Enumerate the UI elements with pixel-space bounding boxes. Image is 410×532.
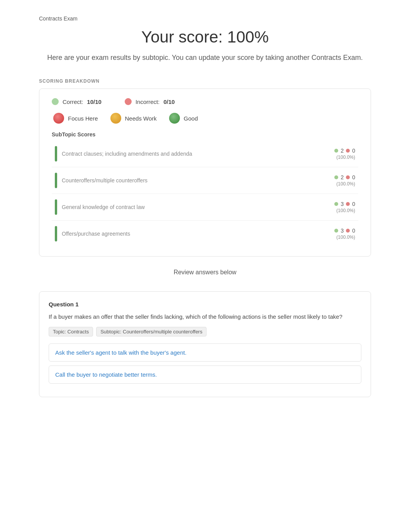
subtopic-scores: 3 0 (100.0%) (334, 228, 355, 240)
subtopic-name: Contract clauses; including amendments a… (62, 151, 330, 157)
correct-score-item: Correct: 10/10 (52, 98, 102, 105)
subtopic-scores: 3 0 (100.0%) (334, 201, 355, 213)
subtopic-row: Contract clauses; including amendments a… (52, 141, 358, 167)
subtopic-row: General knowledge of contract law 3 0 (1… (52, 194, 358, 221)
subtopic-bar (55, 173, 57, 188)
subtopic-name: Offers/purchase agreements (62, 231, 330, 237)
subtopic-correct-count: 3 (341, 228, 344, 234)
subtopic-incorrect-dot (346, 149, 350, 153)
good-label: Good (184, 115, 198, 122)
focus-here-label: Focus Here (68, 115, 98, 122)
subtopic-incorrect-count: 0 (352, 228, 355, 234)
subtopic-correct-count: 2 (341, 148, 344, 154)
subtopic-correct-count: 3 (341, 201, 344, 207)
subtopic-pct: (100.0%) (336, 181, 355, 187)
subtopic-row: Offers/purchase agreements 3 0 (100.0%) (52, 221, 358, 247)
topic-tag: Topic: Contracts (49, 327, 93, 337)
subtopic-name: General knowledge of contract law (62, 204, 330, 210)
score-subtitle: Here are your exam results by subtopic. … (39, 53, 371, 63)
subtopic-incorrect-count: 0 (352, 174, 355, 180)
correct-value: 10/10 (87, 99, 102, 105)
question-number: Question 1 (49, 301, 361, 308)
subtopic-bar (55, 146, 57, 161)
subtopic-correct-dot (334, 229, 338, 233)
subtopic-incorrect-dot (346, 229, 350, 233)
subtopic-section-label: SubTopic Scores (52, 131, 358, 138)
incorrect-value: 0/10 (163, 99, 175, 105)
subtopic-scores: 2 0 (100.0%) (334, 148, 355, 160)
breadcrumb: Contracts Exam (39, 15, 371, 22)
scoring-breakdown-label: SCORING BREAKDOWN (39, 78, 371, 84)
needs-work-label: Needs Work (125, 115, 157, 122)
subtopic-row: Counteroffers/multiple counteroffers 2 0… (52, 167, 358, 194)
subtopic-pct: (100.0%) (336, 155, 355, 160)
subtopic-score-numbers: 2 0 (334, 148, 355, 154)
subtopic-table: Contract clauses; including amendments a… (52, 141, 358, 247)
incorrect-dot (125, 98, 132, 105)
legend-row: Focus Here Needs Work Good (52, 113, 358, 124)
scoring-row: Correct: 10/10 Incorrect: 0/10 (52, 98, 358, 105)
question-block: Question 1 If a buyer makes an offer tha… (39, 291, 371, 397)
incorrect-score-item: Incorrect: 0/10 (125, 98, 175, 105)
legend-focus-here: Focus Here (53, 113, 98, 124)
subtopic-pct: (100.0%) (336, 235, 355, 240)
questions-container: Question 1 If a buyer makes an offer tha… (39, 291, 371, 397)
subtopic-bar (55, 226, 57, 241)
tags-row: Topic: Contracts Subtopic: Counteroffers… (49, 327, 361, 337)
subtopic-score-numbers: 2 0 (334, 174, 355, 180)
question-text: If a buyer makes an offer that the selle… (49, 312, 361, 321)
subtopic-scores: 2 0 (100.0%) (334, 174, 355, 187)
score-title: Your score: 100% (39, 28, 371, 46)
answer-option: Call the buyer to negotiate better terms… (49, 365, 361, 384)
good-icon (169, 113, 180, 124)
subtopic-score-numbers: 3 0 (334, 201, 355, 207)
needs-work-icon (110, 113, 121, 124)
scoring-card: Correct: 10/10 Incorrect: 0/10 Focus Her… (39, 88, 371, 257)
subtopic-score-numbers: 3 0 (334, 228, 355, 234)
correct-dot (52, 98, 59, 105)
subtopic-incorrect-count: 0 (352, 201, 355, 207)
subtopic-tag: Subtopic: Counteroffers/multiple counter… (96, 327, 207, 337)
incorrect-label: Incorrect: (136, 99, 160, 105)
subtopic-name: Counteroffers/multiple counteroffers (62, 177, 330, 184)
subtopic-incorrect-dot (346, 175, 350, 179)
subtopic-incorrect-count: 0 (352, 148, 355, 154)
correct-label: Correct: (63, 99, 83, 105)
subtopic-bar (55, 199, 57, 215)
subtopic-pct: (100.0%) (336, 208, 355, 213)
subtopic-correct-dot (334, 202, 338, 206)
focus-here-icon (53, 113, 64, 124)
legend-good: Good (169, 113, 198, 124)
subtopic-correct-count: 2 (341, 174, 344, 180)
subtopic-incorrect-dot (346, 202, 350, 206)
subtopic-correct-dot (334, 175, 338, 179)
subtopic-correct-dot (334, 149, 338, 153)
review-answers-label: Review answers below (39, 269, 371, 276)
legend-needs-work: Needs Work (110, 113, 157, 124)
answer-option: Ask the seller's agent to talk with the … (49, 343, 361, 362)
